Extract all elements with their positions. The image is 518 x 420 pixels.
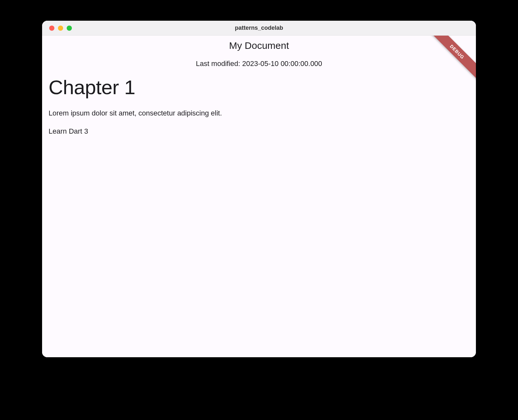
window-maximize-button[interactable]	[67, 26, 72, 31]
document-body: Chapter 1 Lorem ipsum dolor sit amet, co…	[42, 68, 476, 136]
window-title: patterns_codelab	[42, 25, 476, 31]
app-bar: My Document	[42, 36, 476, 51]
app-window: patterns_codelab DEBUG My Document Last …	[42, 21, 476, 357]
window-minimize-button[interactable]	[58, 26, 63, 31]
chapter-heading: Chapter 1	[49, 76, 469, 99]
window-close-button[interactable]	[49, 26, 54, 31]
window-controls	[42, 26, 72, 31]
page-title: My Document	[42, 40, 476, 51]
app-content: DEBUG My Document Last modified: 2023-05…	[42, 36, 476, 357]
window-titlebar[interactable]: patterns_codelab	[42, 21, 476, 36]
paragraph-text: Lorem ipsum dolor sit amet, consectetur …	[49, 109, 469, 117]
last-modified-text: Last modified: 2023-05-10 00:00:00.000	[42, 60, 476, 68]
subtitle-area: Last modified: 2023-05-10 00:00:00.000	[42, 51, 476, 68]
task-text: Learn Dart 3	[49, 127, 469, 136]
